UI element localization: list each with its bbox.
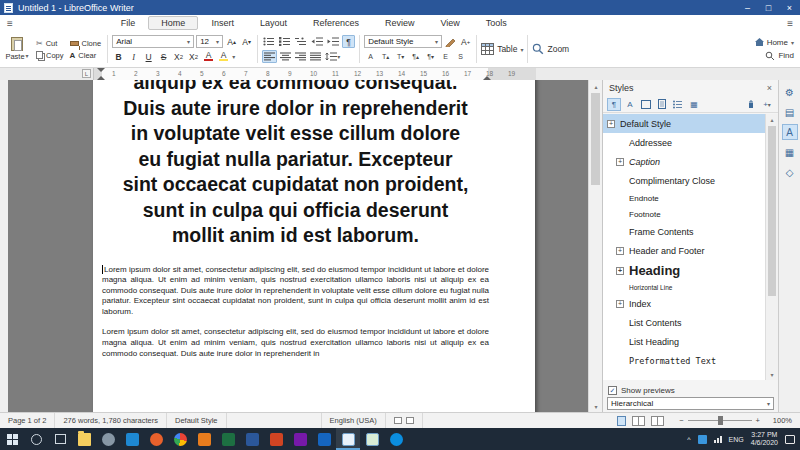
taskbar-app-onenote[interactable] [288, 428, 312, 450]
expand-icon[interactable]: + [616, 267, 624, 275]
first-line-indent-marker[interactable] [97, 68, 105, 72]
style-item-list-heading[interactable]: List Heading [603, 332, 766, 351]
table-styles-icon[interactable]: ▦ [687, 98, 701, 111]
action-center-icon[interactable] [785, 435, 795, 444]
decrease-indent-button[interactable] [310, 35, 324, 48]
character-styles-icon[interactable]: A [623, 98, 637, 111]
style-item-list-contents[interactable]: List Contents [603, 313, 766, 332]
text-language-status[interactable]: English (USA) [322, 413, 386, 428]
grow-font-button[interactable]: A▴ [225, 35, 238, 48]
increase-indent-button[interactable] [326, 35, 340, 48]
style-item-frame-contents[interactable]: Frame Contents [603, 222, 766, 241]
keyboard-language-label[interactable]: ENG [729, 436, 744, 443]
expand-icon[interactable]: + [616, 300, 624, 308]
selection-mode-icon[interactable] [394, 417, 402, 424]
multi-page-view-icon[interactable] [632, 416, 645, 426]
highlight-color-button[interactable]: A [217, 50, 230, 63]
clock[interactable]: 3:27 PM 4/6/2020 [751, 431, 778, 448]
taskbar-app-edge[interactable] [384, 428, 408, 450]
underline-button[interactable]: U [142, 50, 155, 63]
clone-formatting-button[interactable]: Clone [68, 39, 104, 48]
paste-button[interactable]: Paste▾ [2, 37, 32, 61]
zoom-in-icon[interactable]: + [756, 416, 760, 425]
gallery-icon[interactable]: ▦ [782, 144, 798, 160]
align-left-button[interactable] [262, 50, 277, 63]
section-tool-icon[interactable]: S [454, 50, 467, 63]
document-vertical-scrollbar[interactable]: ▴ ▾ [588, 80, 602, 412]
close-button[interactable]: × [779, 0, 800, 15]
align-center-button[interactable] [279, 50, 292, 63]
show-previews-checkbox[interactable]: ✓ [608, 386, 617, 395]
scrollbar-thumb[interactable] [768, 126, 776, 296]
list-styles-icon[interactable] [671, 98, 685, 111]
style-item-default-style[interactable]: +Default Style [603, 114, 766, 133]
taskbar-app-media-player[interactable] [192, 428, 216, 450]
zoom-slider[interactable]: − + [673, 416, 766, 425]
book-view-icon[interactable] [651, 416, 664, 426]
page-styles-icon[interactable] [655, 98, 669, 111]
styles-scrollbar[interactable]: ▴ ▾ [765, 114, 778, 380]
menubar-overflow-icon[interactable]: ≡ [780, 18, 800, 29]
frame-styles-icon[interactable] [639, 98, 653, 111]
maximize-button[interactable]: □ [758, 0, 779, 15]
font-color-button[interactable]: A [202, 50, 215, 63]
numbered-list-button[interactable] [278, 35, 292, 48]
fill-format-mode-icon[interactable] [744, 98, 758, 111]
scroll-up-icon[interactable]: ▴ [589, 80, 602, 92]
close-panel-icon[interactable]: × [767, 83, 772, 93]
start-button[interactable] [0, 428, 24, 450]
taskbar-app-excel[interactable] [216, 428, 240, 450]
network-icon[interactable] [714, 436, 722, 443]
scrollbar-thumb[interactable] [591, 93, 600, 185]
paragraph-style-select[interactable]: Default Style▾ [364, 35, 442, 48]
taskbar-app-chrome[interactable] [168, 428, 192, 450]
style-item-footnote[interactable]: Footnote [603, 206, 766, 222]
decrease-spacing-button[interactable]: T▾ [394, 50, 407, 63]
menu-toggle-icon[interactable]: ≡ [0, 18, 20, 29]
bold-button[interactable]: B [112, 50, 125, 63]
expand-icon[interactable]: + [616, 158, 624, 166]
scroll-down-icon[interactable]: ▾ [589, 400, 602, 412]
subscript-button[interactable]: X2 [172, 50, 185, 63]
taskbar-app-firefox[interactable] [144, 428, 168, 450]
document-canvas[interactable]: aliquip ex ea commodo consequat.Duis aut… [0, 80, 602, 412]
outline-list-button[interactable] [294, 35, 308, 48]
style-item-caption[interactable]: +Caption [603, 152, 766, 171]
menu-tab-layout[interactable]: Layout [247, 16, 300, 30]
style-item-header-and-footer[interactable]: +Header and Footer [603, 241, 766, 260]
justify-button[interactable] [309, 50, 322, 63]
increase-spacing-button[interactable]: T▴ [379, 50, 392, 63]
menu-tab-file[interactable]: File [108, 16, 149, 30]
style-filter-select[interactable]: Hierarchical ▾ [607, 397, 774, 410]
copy-button[interactable]: Copy [34, 51, 66, 60]
word-count-status[interactable]: 276 words, 1,780 characters [55, 413, 167, 428]
menu-tab-view[interactable]: View [427, 16, 472, 30]
document-modified-icon[interactable] [406, 417, 414, 424]
sidebar-settings-icon[interactable]: ⚙ [782, 84, 798, 100]
taskbar-app-powerpoint[interactable] [264, 428, 288, 450]
style-item-endnote[interactable]: Endnote [603, 190, 766, 206]
bullet-list-button[interactable] [262, 35, 276, 48]
taskbar-app-microsoft-store[interactable] [120, 428, 144, 450]
style-item-index[interactable]: +Index [603, 294, 766, 313]
tab-stop-selector[interactable]: L [82, 69, 91, 78]
show-hidden-icons-button[interactable]: ^ [687, 436, 690, 443]
endnote-tool-icon[interactable]: E [439, 50, 452, 63]
style-item-heading[interactable]: +Heading [603, 260, 766, 281]
space-below-paragraph-button[interactable]: ¶▾ [424, 50, 437, 63]
zoom-out-icon[interactable]: − [679, 416, 683, 425]
taskbar-app-libreoffice-calc[interactable] [360, 428, 384, 450]
shrink-font-button[interactable]: A▾ [240, 35, 253, 48]
paragraph-styles-icon[interactable]: ¶ [607, 98, 621, 111]
align-right-button[interactable] [294, 50, 307, 63]
document-page[interactable]: aliquip ex ea commodo consequat.Duis aut… [93, 80, 535, 412]
zoom-percentage[interactable]: 100% [766, 416, 800, 425]
taskbar-app-libreoffice-writer[interactable] [336, 428, 360, 450]
style-item-complimentary-close[interactable]: Complimentary Close [603, 171, 766, 190]
navigator-icon[interactable]: ◇ [782, 164, 798, 180]
strikethrough-button[interactable]: S [157, 50, 170, 63]
expand-icon[interactable]: + [616, 247, 624, 255]
menu-tab-insert[interactable]: Insert [198, 16, 247, 30]
home-context-menu-button[interactable]: Home ▾ [755, 38, 794, 47]
page-style-status[interactable]: Default Style [167, 413, 227, 428]
